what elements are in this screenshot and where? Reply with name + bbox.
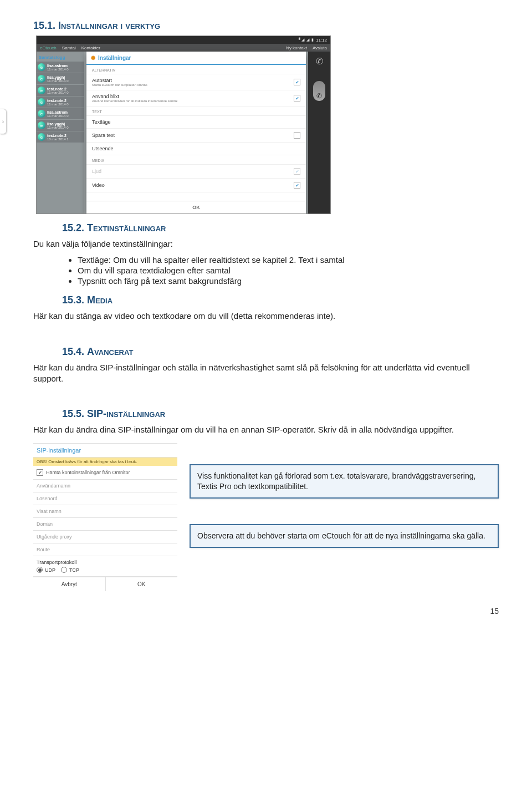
radio-icon	[61, 567, 67, 573]
bullet-list: Textläge: Om du vill ha spalter eller re…	[33, 255, 499, 286]
heading-15-4: 15.4. Avancerat	[62, 346, 499, 358]
label: Utgående proxy	[37, 534, 72, 540]
gear-icon: ✺	[91, 55, 95, 61]
ok-button[interactable]: OK	[105, 577, 178, 591]
heading-num: 15.5.	[62, 408, 84, 419]
heading-text: Textinställningar	[87, 222, 166, 233]
heading-num: 15.1.	[33, 20, 55, 31]
dialog-title-row: ✺ Inställningar	[86, 52, 306, 65]
page-number: 15	[33, 607, 499, 616]
bullet-item: Typsnitt och färg på text samt bakgrunds…	[78, 276, 499, 286]
contact-icon: e	[38, 63, 45, 71]
p-152-intro: Du kan välja följande textinställningar:	[33, 238, 499, 250]
label: Hämta kontoinställningar från Omnitor	[46, 470, 130, 475]
section-media: MEDIA	[86, 155, 306, 165]
checkbox-icon[interactable]: ✔	[294, 79, 300, 85]
sublabel: Använd kamerablixten för att indikera in…	[92, 99, 294, 103]
row-password[interactable]: Lösenord	[33, 492, 177, 505]
row-video[interactable]: Video ✔	[86, 179, 306, 192]
label: Transportprotokoll	[37, 560, 76, 565]
appbar-nykontakt: Ny kontakt	[286, 45, 307, 50]
log-item: elisa.ygghj11 mar 2014 0	[37, 73, 84, 84]
label: Använd blixt	[92, 94, 294, 99]
label: Ljud	[92, 169, 294, 174]
appbar-kontakter: Kontakter	[81, 45, 100, 50]
log-item: etest.note.210 mar 2014 1	[37, 131, 84, 143]
heading-num: 15.2.	[62, 222, 84, 233]
row-fetch-omnitor[interactable]: ✔ Hämta kontoinställningar från Omnitor	[33, 466, 177, 480]
callout-column: Viss funktionalitet kan gå förlorad som …	[190, 441, 499, 548]
radio-udp[interactable]: UDP	[37, 567, 55, 573]
p-154: Här kan du ändra SIP-inställningar och s…	[33, 362, 499, 385]
screenshot-settings-dialog: ▘◢ ◢ ▮ 11:12 eCtouch Samtal Kontakter Ny…	[37, 36, 330, 214]
row-username[interactable]: Användarnamn	[33, 480, 177, 492]
contact-icon: e	[38, 110, 45, 118]
phone-icon: ✆	[316, 56, 323, 67]
screenshot-sip-settings: SIP-inställningar OBS! Omstart krävs för…	[33, 443, 177, 591]
radio-tcp[interactable]: TCP	[61, 567, 79, 573]
p-155: Här kan du ändra dina SIP-inställningar …	[33, 424, 499, 435]
heading-15-3: 15.3. Media	[62, 294, 499, 306]
status-time: 11:12	[316, 38, 327, 43]
battery-icon: ▮	[311, 38, 314, 42]
row-domain[interactable]: Domän	[33, 518, 177, 531]
callout-restart-note: Observera att du behöver starta om eCtou…	[190, 524, 499, 548]
row-route[interactable]: Route	[33, 543, 177, 556]
sip-warning: OBS! Omstart krävs för att ändringar ska…	[33, 458, 177, 466]
appbar-samtal: Samtal	[62, 45, 76, 50]
row-textlage[interactable]: Textläge	[86, 116, 306, 129]
bullet-item: Om du vill spara textdialogen efter samt…	[78, 266, 499, 275]
contact-icon: e	[38, 75, 45, 83]
label: Textläge	[92, 119, 300, 125]
sip-button-row: Avbryt OK	[33, 577, 177, 591]
checkbox-icon[interactable]: ✔	[294, 168, 300, 175]
log-item: elisa.astrom11 mar 2014 0	[37, 62, 84, 73]
sublabel: Starta eCtouch när surfplattan startas	[92, 83, 294, 87]
checkbox-icon[interactable]: ✔	[294, 95, 300, 101]
label: Lösenord	[37, 496, 58, 501]
label: Video	[92, 182, 294, 188]
label: Route	[37, 547, 50, 552]
contact-icon: e	[38, 98, 45, 106]
row-displayname[interactable]: Visat namn	[33, 505, 177, 518]
row-proxy[interactable]: Utgående proxy	[33, 531, 177, 543]
row-transport: Transportprotokoll UDP TCP	[33, 556, 177, 577]
call-log-panel: Samtalslogg elisa.astrom11 mar 2014 0 el…	[37, 52, 84, 214]
row-blixt[interactable]: Använd blixt Använd kamerablixten för at…	[86, 90, 306, 106]
row-autostart[interactable]: Autostart Starta eCtouch när surfplattan…	[86, 74, 306, 90]
lower-row: SIP-inställningar OBS! Omstart krävs för…	[33, 441, 499, 591]
checkbox-icon[interactable]	[294, 132, 300, 139]
heading-text: Media	[87, 294, 112, 306]
right-phone-controls: ✆ ✆	[308, 52, 330, 214]
row-utseende[interactable]: Utseende	[86, 143, 306, 155]
dialog-ok-button[interactable]: OK	[86, 201, 306, 214]
settings-dialog: ✺ Inställningar ALTERNATIV Autostart Sta…	[86, 52, 306, 214]
callout-warning-functionality: Viss funktionalitet kan gå förlorad som …	[190, 464, 499, 499]
contact-icon: e	[38, 133, 45, 141]
row-ljud[interactable]: Ljud ✔	[86, 165, 306, 179]
android-status-bar: ▘◢ ◢ ▮ 11:12	[37, 36, 330, 44]
checkbox-icon[interactable]: ✔	[37, 469, 43, 476]
label: Spara text	[92, 133, 294, 138]
heading-text: Avancerat	[87, 346, 133, 357]
heading-num: 15.3.	[62, 294, 84, 306]
row-spara-text[interactable]: Spara text	[86, 129, 306, 143]
label: Autostart	[92, 78, 294, 83]
bullet-item: Textläge: Om du vill ha spalter eller re…	[78, 255, 499, 265]
handset-icon: ✆	[313, 81, 325, 101]
radio-icon	[37, 567, 43, 573]
checkbox-icon[interactable]: ✔	[294, 182, 300, 189]
signal-icon: ◢	[306, 38, 309, 42]
cancel-button[interactable]: Avbryt	[33, 577, 105, 591]
wifi-icon: ▘◢	[299, 38, 304, 42]
heading-15-2: 15.2. Textinställningar	[62, 222, 499, 234]
log-item: etest.note.211 mar 2014 0	[37, 85, 84, 96]
label: Utseende	[92, 146, 300, 151]
heading-text: Inställningar i verktyg	[58, 20, 160, 31]
log-item: etest.note.211 mar 2014 0	[37, 96, 84, 108]
contact-icon: e	[38, 121, 45, 129]
page-edge-tab: ›	[0, 109, 7, 134]
dialog-title: Inställningar	[98, 55, 131, 61]
label: Visat namn	[37, 509, 62, 514]
label: Användarnamn	[37, 483, 70, 489]
